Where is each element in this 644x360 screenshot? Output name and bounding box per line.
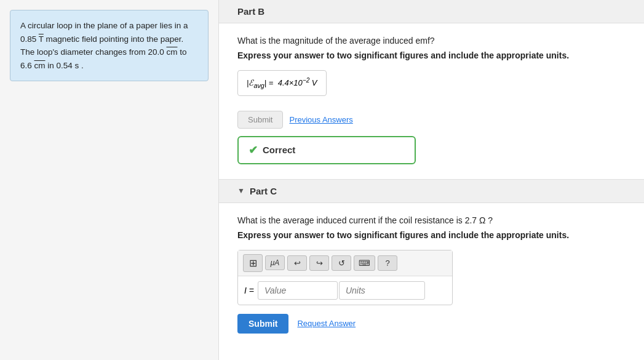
part-b-question: What is the magnitude of the average ind… <box>237 36 626 46</box>
grid-icon: ⊞ <box>249 257 257 269</box>
mu-a-icon: μA <box>271 258 280 267</box>
part-b-answer-box: |ℰavg| = 4.4×10−2 V <box>237 70 327 96</box>
current-label: I = <box>244 286 254 295</box>
sidebar: A circular loop in the plane of a paper … <box>0 0 218 360</box>
undo-icon: ↩ <box>294 258 301 268</box>
correct-box: ✔ Correct <box>237 136 416 164</box>
part-b-actions: Submit Previous Answers <box>237 111 626 129</box>
d2-unit: cm <box>34 61 46 70</box>
previous-answers-link[interactable]: Previous Answers <box>289 115 352 124</box>
widget-toolbar: ⊞ μA ↩ ↪ ↺ ⌨ <box>238 250 452 276</box>
refresh-button[interactable]: ↺ <box>332 255 351 271</box>
provide-feedback-link[interactable]: Provide Feedback <box>219 348 644 360</box>
part-b-header: Part B <box>219 0 644 23</box>
part-b-label: Part B <box>237 6 264 17</box>
input-widget: ⊞ μA ↩ ↪ ↺ ⌨ <box>237 250 453 305</box>
undo-button[interactable]: ↩ <box>287 255 307 271</box>
correct-label: Correct <box>263 145 295 155</box>
value-input[interactable] <box>258 281 338 300</box>
redo-button[interactable]: ↪ <box>309 255 329 271</box>
part-c-arrow-icon: ▼ <box>237 186 245 195</box>
keyboard-button[interactable]: ⌨ <box>354 255 375 271</box>
main-content: Part B What is the magnitude of the aver… <box>218 0 644 360</box>
units-input[interactable] <box>339 281 425 300</box>
b-unit: T <box>39 34 44 44</box>
part-c-actions: Submit Request Answer <box>237 314 626 334</box>
part-c-header: ▼ Part C <box>219 180 644 203</box>
problem-text: A circular loop in the plane of a paper … <box>20 21 188 70</box>
part-b-instruction: Express your answer to two significant f… <box>237 50 626 60</box>
part-c-question: What is the average induced current if t… <box>237 215 626 225</box>
part-c-body: What is the average induced current if t… <box>219 203 644 348</box>
correct-checkmark-icon: ✔ <box>248 143 258 157</box>
part-b-section: Part B What is the magnitude of the aver… <box>219 0 644 180</box>
refresh-icon: ↺ <box>338 258 345 268</box>
help-button[interactable]: ? <box>378 255 397 271</box>
problem-statement: A circular loop in the plane of a paper … <box>10 10 209 81</box>
part-c-instruction: Express your answer to two significant f… <box>237 230 626 240</box>
keyboard-icon: ⌨ <box>359 258 370 268</box>
grid-icon-button[interactable]: ⊞ <box>243 254 263 272</box>
part-b-submit-button[interactable]: Submit <box>237 111 283 129</box>
part-c-section: ▼ Part C What is the average induced cur… <box>219 180 644 348</box>
part-c-label: Part C <box>250 186 277 196</box>
widget-input-row: I = <box>238 276 452 305</box>
part-b-body: What is the magnitude of the average ind… <box>219 23 644 180</box>
request-answer-link[interactable]: Request Answer <box>297 319 356 328</box>
units-icon-button[interactable]: μA <box>265 255 285 270</box>
d1-unit: cm <box>166 47 177 57</box>
redo-icon: ↪ <box>316 258 323 268</box>
part-c-submit-button[interactable]: Submit <box>237 314 288 334</box>
part-b-formula: |ℰavg| = 4.4×10−2 V <box>247 77 317 89</box>
help-icon: ? <box>385 258 389 268</box>
